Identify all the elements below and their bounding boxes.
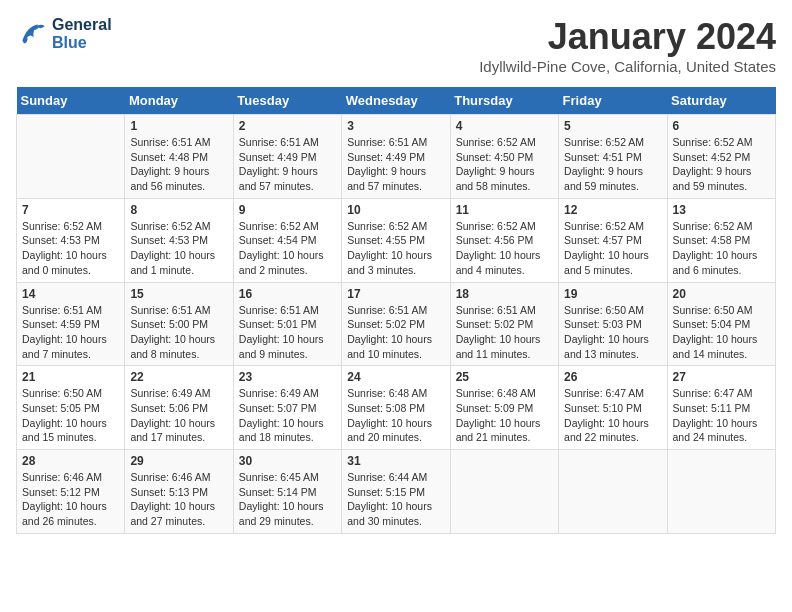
logo-icon: [16, 18, 48, 50]
sunrise-text: Sunrise: 6:52 AM: [347, 219, 444, 234]
calendar-title: January 2024: [479, 16, 776, 58]
day-info: Sunrise: 6:50 AMSunset: 5:03 PMDaylight:…: [564, 303, 661, 362]
calendar-cell: 30Sunrise: 6:45 AMSunset: 5:14 PMDayligh…: [233, 450, 341, 534]
sunset-text: Sunset: 5:02 PM: [347, 317, 444, 332]
day-number: 17: [347, 287, 444, 301]
day-number: 16: [239, 287, 336, 301]
day-info: Sunrise: 6:47 AMSunset: 5:10 PMDaylight:…: [564, 386, 661, 445]
calendar-cell: 14Sunrise: 6:51 AMSunset: 4:59 PMDayligh…: [17, 282, 125, 366]
daylight-text: Daylight: 10 hours and 10 minutes.: [347, 332, 444, 361]
sunset-text: Sunset: 5:15 PM: [347, 485, 444, 500]
calendar-cell: 5Sunrise: 6:52 AMSunset: 4:51 PMDaylight…: [559, 115, 667, 199]
day-number: 12: [564, 203, 661, 217]
daylight-text: Daylight: 10 hours and 20 minutes.: [347, 416, 444, 445]
sunrise-text: Sunrise: 6:51 AM: [130, 303, 227, 318]
sunrise-text: Sunrise: 6:51 AM: [347, 303, 444, 318]
daylight-text: Daylight: 9 hours and 57 minutes.: [239, 164, 336, 193]
calendar-cell: 15Sunrise: 6:51 AMSunset: 5:00 PMDayligh…: [125, 282, 233, 366]
daylight-text: Daylight: 10 hours and 0 minutes.: [22, 248, 119, 277]
weekday-header-tuesday: Tuesday: [233, 87, 341, 115]
day-number: 10: [347, 203, 444, 217]
sunrise-text: Sunrise: 6:50 AM: [22, 386, 119, 401]
daylight-text: Daylight: 9 hours and 59 minutes.: [564, 164, 661, 193]
sunrise-text: Sunrise: 6:52 AM: [130, 219, 227, 234]
day-info: Sunrise: 6:50 AMSunset: 5:05 PMDaylight:…: [22, 386, 119, 445]
sunset-text: Sunset: 4:49 PM: [239, 150, 336, 165]
daylight-text: Daylight: 10 hours and 2 minutes.: [239, 248, 336, 277]
calendar-cell: 8Sunrise: 6:52 AMSunset: 4:53 PMDaylight…: [125, 198, 233, 282]
sunset-text: Sunset: 5:09 PM: [456, 401, 553, 416]
sunrise-text: Sunrise: 6:52 AM: [564, 219, 661, 234]
sunrise-text: Sunrise: 6:44 AM: [347, 470, 444, 485]
daylight-text: Daylight: 9 hours and 56 minutes.: [130, 164, 227, 193]
day-info: Sunrise: 6:51 AMSunset: 4:48 PMDaylight:…: [130, 135, 227, 194]
daylight-text: Daylight: 10 hours and 11 minutes.: [456, 332, 553, 361]
day-info: Sunrise: 6:46 AMSunset: 5:12 PMDaylight:…: [22, 470, 119, 529]
day-number: 11: [456, 203, 553, 217]
day-info: Sunrise: 6:52 AMSunset: 4:53 PMDaylight:…: [22, 219, 119, 278]
day-info: Sunrise: 6:52 AMSunset: 4:58 PMDaylight:…: [673, 219, 770, 278]
daylight-text: Daylight: 9 hours and 58 minutes.: [456, 164, 553, 193]
day-number: 8: [130, 203, 227, 217]
sunrise-text: Sunrise: 6:52 AM: [673, 219, 770, 234]
day-number: 6: [673, 119, 770, 133]
day-info: Sunrise: 6:52 AMSunset: 4:50 PMDaylight:…: [456, 135, 553, 194]
daylight-text: Daylight: 10 hours and 13 minutes.: [564, 332, 661, 361]
calendar-cell: 31Sunrise: 6:44 AMSunset: 5:15 PMDayligh…: [342, 450, 450, 534]
day-number: 25: [456, 370, 553, 384]
weekday-header-friday: Friday: [559, 87, 667, 115]
calendar-cell: 22Sunrise: 6:49 AMSunset: 5:06 PMDayligh…: [125, 366, 233, 450]
day-number: 2: [239, 119, 336, 133]
day-info: Sunrise: 6:44 AMSunset: 5:15 PMDaylight:…: [347, 470, 444, 529]
sunrise-text: Sunrise: 6:49 AM: [239, 386, 336, 401]
calendar-cell: 19Sunrise: 6:50 AMSunset: 5:03 PMDayligh…: [559, 282, 667, 366]
sunset-text: Sunset: 5:08 PM: [347, 401, 444, 416]
calendar-cell: 24Sunrise: 6:48 AMSunset: 5:08 PMDayligh…: [342, 366, 450, 450]
sunrise-text: Sunrise: 6:48 AM: [456, 386, 553, 401]
day-number: 5: [564, 119, 661, 133]
day-info: Sunrise: 6:52 AMSunset: 4:51 PMDaylight:…: [564, 135, 661, 194]
sunset-text: Sunset: 5:13 PM: [130, 485, 227, 500]
calendar-cell: 4Sunrise: 6:52 AMSunset: 4:50 PMDaylight…: [450, 115, 558, 199]
sunrise-text: Sunrise: 6:46 AM: [22, 470, 119, 485]
sunset-text: Sunset: 4:54 PM: [239, 233, 336, 248]
calendar-cell: 25Sunrise: 6:48 AMSunset: 5:09 PMDayligh…: [450, 366, 558, 450]
calendar-cell: 1Sunrise: 6:51 AMSunset: 4:48 PMDaylight…: [125, 115, 233, 199]
daylight-text: Daylight: 10 hours and 27 minutes.: [130, 499, 227, 528]
sunset-text: Sunset: 5:04 PM: [673, 317, 770, 332]
sunset-text: Sunset: 4:51 PM: [564, 150, 661, 165]
day-number: 31: [347, 454, 444, 468]
daylight-text: Daylight: 10 hours and 9 minutes.: [239, 332, 336, 361]
day-info: Sunrise: 6:51 AMSunset: 4:49 PMDaylight:…: [239, 135, 336, 194]
sunrise-text: Sunrise: 6:48 AM: [347, 386, 444, 401]
daylight-text: Daylight: 10 hours and 8 minutes.: [130, 332, 227, 361]
day-number: 9: [239, 203, 336, 217]
sunrise-text: Sunrise: 6:50 AM: [564, 303, 661, 318]
daylight-text: Daylight: 10 hours and 26 minutes.: [22, 499, 119, 528]
sunrise-text: Sunrise: 6:52 AM: [564, 135, 661, 150]
weekday-header-wednesday: Wednesday: [342, 87, 450, 115]
sunset-text: Sunset: 5:03 PM: [564, 317, 661, 332]
day-info: Sunrise: 6:45 AMSunset: 5:14 PMDaylight:…: [239, 470, 336, 529]
title-area: January 2024 Idyllwild-Pine Cove, Califo…: [479, 16, 776, 75]
daylight-text: Daylight: 10 hours and 30 minutes.: [347, 499, 444, 528]
calendar-cell: 21Sunrise: 6:50 AMSunset: 5:05 PMDayligh…: [17, 366, 125, 450]
sunrise-text: Sunrise: 6:45 AM: [239, 470, 336, 485]
daylight-text: Daylight: 9 hours and 59 minutes.: [673, 164, 770, 193]
calendar-cell: 13Sunrise: 6:52 AMSunset: 4:58 PMDayligh…: [667, 198, 775, 282]
calendar-cell: 2Sunrise: 6:51 AMSunset: 4:49 PMDaylight…: [233, 115, 341, 199]
calendar-cell: 12Sunrise: 6:52 AMSunset: 4:57 PMDayligh…: [559, 198, 667, 282]
calendar-cell: 23Sunrise: 6:49 AMSunset: 5:07 PMDayligh…: [233, 366, 341, 450]
daylight-text: Daylight: 10 hours and 18 minutes.: [239, 416, 336, 445]
daylight-text: Daylight: 10 hours and 5 minutes.: [564, 248, 661, 277]
sunrise-text: Sunrise: 6:49 AM: [130, 386, 227, 401]
sunset-text: Sunset: 5:05 PM: [22, 401, 119, 416]
day-info: Sunrise: 6:52 AMSunset: 4:54 PMDaylight:…: [239, 219, 336, 278]
sunrise-text: Sunrise: 6:51 AM: [22, 303, 119, 318]
calendar-cell: [450, 450, 558, 534]
weekday-header-monday: Monday: [125, 87, 233, 115]
sunset-text: Sunset: 4:55 PM: [347, 233, 444, 248]
sunrise-text: Sunrise: 6:52 AM: [239, 219, 336, 234]
sunset-text: Sunset: 5:07 PM: [239, 401, 336, 416]
day-info: Sunrise: 6:52 AMSunset: 4:55 PMDaylight:…: [347, 219, 444, 278]
